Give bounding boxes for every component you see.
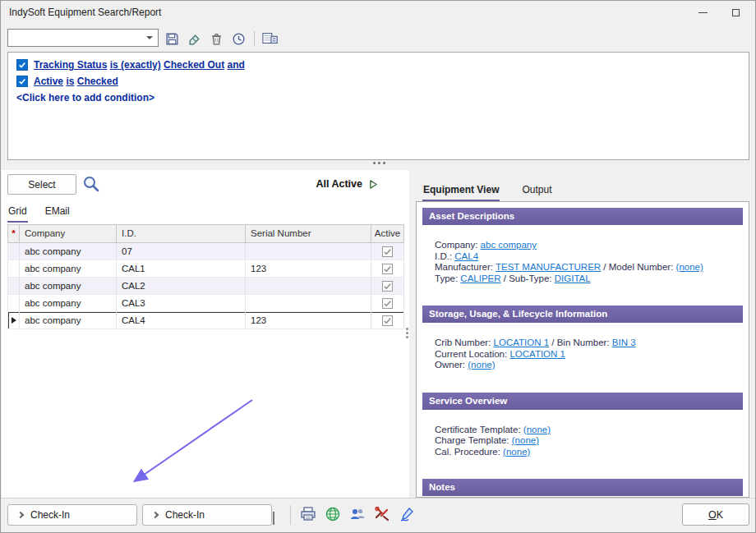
ok-button[interactable]: OK xyxy=(682,503,749,526)
maximize-button[interactable] xyxy=(722,5,749,21)
ok-label-accel: O xyxy=(708,509,717,521)
horizontal-splitter-grip[interactable] xyxy=(373,162,376,164)
condition-term[interactable]: and xyxy=(227,59,244,71)
titlebar: IndySoft Equipment Search/Report xyxy=(1,1,755,24)
combo-dropdown-button[interactable] xyxy=(142,30,157,45)
add-condition-link[interactable]: <Click here to add condition> xyxy=(16,92,742,103)
condition-row: Tracking Status is (exactly) Checked Out… xyxy=(16,59,742,71)
tools-icon[interactable] xyxy=(372,504,392,524)
info-link[interactable]: CALIPER xyxy=(460,273,500,283)
scope-control[interactable]: All Active xyxy=(272,178,379,190)
info-link[interactable]: (none) xyxy=(676,262,703,272)
signature-icon[interactable] xyxy=(397,504,417,524)
grid-header: * Company I.D. Serial Number Active xyxy=(7,224,404,243)
condition-term[interactable]: is xyxy=(66,76,74,87)
condition-panel: Tracking Status is (exactly) Checked Out… xyxy=(7,52,749,160)
condition-term[interactable]: Checked xyxy=(77,76,118,87)
info-link[interactable]: (none) xyxy=(468,360,495,370)
print-icon[interactable] xyxy=(298,504,318,524)
minimize-icon xyxy=(698,12,708,13)
info-label: Type: xyxy=(435,273,460,283)
equipment-sections: Asset DescriptionsCompany: abc companyI.… xyxy=(422,208,743,496)
info-link[interactable]: CAL4 xyxy=(454,251,478,261)
users-icon[interactable] xyxy=(348,504,367,524)
info-line: Charge Template: (none) xyxy=(435,435,738,447)
select-button[interactable]: Select xyxy=(7,174,76,195)
grid-header-active[interactable]: Active xyxy=(371,225,404,242)
info-label: Company: xyxy=(435,240,481,250)
globe-icon[interactable] xyxy=(323,504,343,524)
vertical-splitter-grip[interactable] xyxy=(406,328,408,330)
more-actions-button[interactable] xyxy=(273,512,281,520)
search-icon[interactable] xyxy=(81,174,101,194)
info-line: Cal. Procedure: (none) xyxy=(435,447,738,458)
check-in-button-1[interactable]: Check-In xyxy=(7,504,137,526)
info-link[interactable]: LOCATION 1 xyxy=(494,338,550,347)
table-row[interactable]: abc companyCAL1123 xyxy=(7,260,404,278)
info-link[interactable]: (none) xyxy=(512,435,539,445)
grid-header-serial[interactable]: Serial Number xyxy=(246,225,371,242)
section-body: Company: abc companyI.D.: CAL4Manufactur… xyxy=(422,225,743,306)
chevron-right-icon xyxy=(17,511,24,517)
active-checkbox[interactable] xyxy=(382,264,393,274)
condition-checkbox[interactable] xyxy=(16,59,28,71)
active-checkbox[interactable] xyxy=(382,246,393,257)
check-in-label: Check-In xyxy=(165,509,205,521)
info-link[interactable]: DIGITAL xyxy=(555,273,591,283)
grid-header-indicator[interactable]: * xyxy=(8,225,20,242)
check-in-button-2[interactable]: Check-In xyxy=(142,504,272,526)
info-link[interactable]: (none) xyxy=(503,447,530,457)
info-link[interactable]: (none) xyxy=(523,425,551,434)
condition-row: Active is Checked xyxy=(16,76,742,87)
info-link[interactable]: TEST MANUFACTURER xyxy=(496,262,601,272)
cell-id: 07 xyxy=(117,243,246,260)
cell-id: CAL4 xyxy=(117,312,246,329)
info-label: Manufacturer: xyxy=(435,262,496,272)
eraser-icon[interactable] xyxy=(186,30,202,47)
report-icon[interactable] xyxy=(262,30,279,47)
condition-checkbox[interactable] xyxy=(16,76,28,87)
table-row[interactable]: abc company07 xyxy=(7,243,404,260)
info-label: / Model Number: xyxy=(601,262,675,272)
tab-grid[interactable]: Grid xyxy=(7,204,28,221)
tab-output[interactable]: Output xyxy=(521,182,552,200)
history-icon[interactable] xyxy=(230,30,247,47)
report-combo[interactable] xyxy=(7,29,159,47)
tab-equipment-view[interactable]: Equipment View xyxy=(422,182,500,200)
info-line: Crib Number: LOCATION 1 / Bin Number: BI… xyxy=(435,338,738,349)
delete-icon[interactable] xyxy=(208,30,224,47)
tab-email[interactable]: EMail xyxy=(44,204,71,221)
active-checkbox[interactable] xyxy=(382,315,393,326)
grid-body: abc company07abc companyCAL1123abc compa… xyxy=(7,243,404,329)
info-link[interactable]: abc company xyxy=(481,240,537,250)
info-line: Certificate Template: (none) xyxy=(435,425,738,436)
info-link[interactable]: BIN 3 xyxy=(612,338,636,347)
info-link[interactable]: LOCATION 1 xyxy=(509,349,565,359)
cell-serial: 123 xyxy=(246,260,371,278)
condition-term[interactable]: Checked Out xyxy=(164,59,224,71)
grid-header-id[interactable]: I.D. xyxy=(117,225,246,242)
active-checkbox[interactable] xyxy=(382,281,393,292)
check-in-label: Check-In xyxy=(30,509,70,521)
window-title: IndySoft Equipment Search/Report xyxy=(9,7,161,18)
table-row[interactable]: abc companyCAL3 xyxy=(7,295,404,312)
row-selected-icon xyxy=(12,317,16,324)
save-icon[interactable] xyxy=(164,30,180,47)
table-row[interactable]: abc companyCAL4123 xyxy=(7,312,404,329)
active-checkbox[interactable] xyxy=(382,298,393,309)
cell-company: abc company xyxy=(20,278,117,295)
play-arrow-icon xyxy=(368,179,379,190)
equipment-view-panel: Asset DescriptionsCompany: abc companyI.… xyxy=(416,201,749,498)
table-row[interactable]: abc companyCAL2 xyxy=(7,278,404,295)
info-label: / Bin Number: xyxy=(549,338,612,347)
condition-term[interactable]: is (exactly) xyxy=(110,59,161,71)
info-section: Service OverviewCertificate Template: (n… xyxy=(422,393,743,480)
info-section: Storage, Usage, & Lifecycle InformationC… xyxy=(422,306,743,393)
condition-term[interactable]: Active xyxy=(34,76,63,87)
grid-header-company[interactable]: Company xyxy=(20,225,117,242)
condition-term[interactable]: Tracking Status xyxy=(34,59,107,71)
chevron-down-icon xyxy=(273,512,274,525)
info-label: Crib Number: xyxy=(435,338,494,347)
minimize-button[interactable] xyxy=(689,5,716,21)
cell-id: CAL1 xyxy=(117,260,246,278)
